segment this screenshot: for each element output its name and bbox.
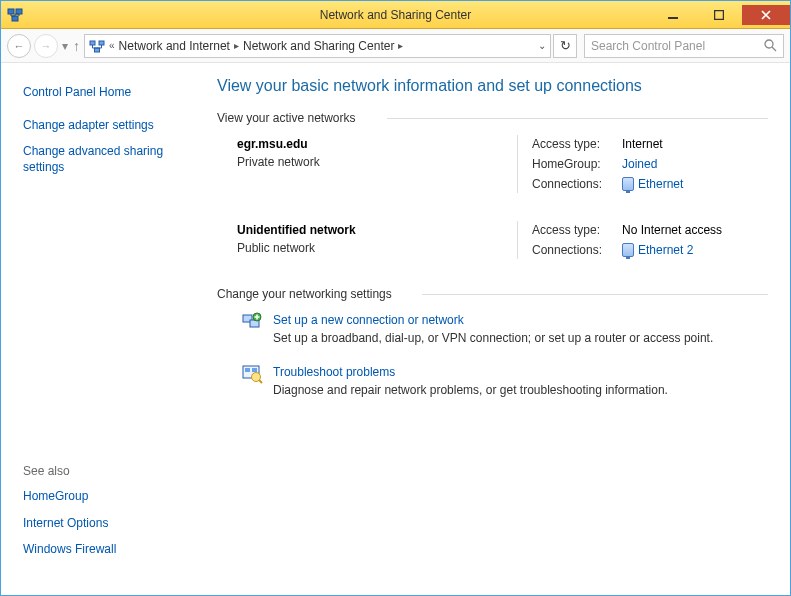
titlebar: Network and Sharing Center <box>1 1 790 29</box>
access-type-label: Access type: <box>532 135 622 153</box>
svg-rect-1 <box>16 9 22 14</box>
connection-name: Ethernet <box>638 175 683 193</box>
connection-link-ethernet[interactable]: Ethernet <box>622 175 683 193</box>
setup-connection-title: Set up a new connection or network <box>273 311 713 329</box>
breadcrumb[interactable]: « Network and Internet ▸ Network and Sha… <box>84 34 551 58</box>
change-settings-header: Change your networking settings <box>217 287 768 301</box>
network-block-1: egr.msu.edu Private network Access type:… <box>237 135 768 193</box>
window-controls <box>650 5 790 25</box>
sidebar: Control Panel Home Change adapter settin… <box>1 63 209 595</box>
svg-rect-5 <box>90 41 95 45</box>
setup-connection-icon <box>241 311 263 333</box>
troubleshoot-item[interactable]: Troubleshoot problems Diagnose and repai… <box>241 363 768 399</box>
breadcrumb-item-network-internet[interactable]: Network and Internet <box>119 39 230 53</box>
network-name: Unidentified network <box>237 221 517 239</box>
change-advanced-sharing-link[interactable]: Change advanced sharing settings <box>23 143 195 175</box>
svg-rect-2 <box>12 16 18 21</box>
breadcrumb-prefix[interactable]: « <box>109 40 115 51</box>
breadcrumb-dropdown-icon[interactable]: ⌄ <box>538 40 546 51</box>
homegroup-link[interactable]: HomeGroup <box>23 488 195 504</box>
maximize-button[interactable] <box>696 5 742 25</box>
internet-options-link[interactable]: Internet Options <box>23 515 195 531</box>
search-input[interactable]: Search Control Panel <box>584 34 784 58</box>
svg-point-8 <box>765 40 773 48</box>
app-icon <box>7 7 23 23</box>
svg-rect-7 <box>95 48 100 52</box>
connections-label: Connections: <box>532 175 622 193</box>
network-block-2: Unidentified network Public network Acce… <box>237 221 768 259</box>
svg-rect-13 <box>245 368 250 372</box>
control-panel-home-link[interactable]: Control Panel Home <box>23 85 195 99</box>
page-title: View your basic network information and … <box>217 77 768 95</box>
change-adapter-settings-link[interactable]: Change adapter settings <box>23 117 195 133</box>
breadcrumb-item-network-sharing[interactable]: Network and Sharing Center <box>243 39 394 53</box>
see-also-label: See also <box>23 464 195 478</box>
svg-rect-6 <box>99 41 104 45</box>
ethernet-icon <box>622 177 634 191</box>
network-name: egr.msu.edu <box>237 135 517 153</box>
troubleshoot-title: Troubleshoot problems <box>273 363 668 381</box>
troubleshoot-icon <box>241 363 263 385</box>
network-type: Private network <box>237 153 517 171</box>
troubleshoot-desc: Diagnose and repair network problems, or… <box>273 381 668 399</box>
homegroup-label: HomeGroup: <box>532 155 622 173</box>
access-type-value: Internet <box>622 135 683 153</box>
setup-connection-item[interactable]: Set up a new connection or network Set u… <box>241 311 768 347</box>
active-networks-header: View your active networks <box>217 111 768 125</box>
access-type-label: Access type: <box>532 221 622 239</box>
windows-firewall-link[interactable]: Windows Firewall <box>23 541 195 557</box>
setup-connection-desc: Set up a broadband, dial-up, or VPN conn… <box>273 329 713 347</box>
recent-dropdown-icon[interactable]: ▾ <box>61 39 69 53</box>
svg-rect-3 <box>668 17 678 19</box>
back-button[interactable]: ← <box>7 34 31 58</box>
nav-row: ← → ▾ ↑ « Network and Internet ▸ Network… <box>1 29 790 63</box>
homegroup-link[interactable]: Joined <box>622 155 683 173</box>
chevron-right-icon[interactable]: ▸ <box>234 40 239 51</box>
chevron-right-icon[interactable]: ▸ <box>398 40 403 51</box>
connection-link-ethernet2[interactable]: Ethernet 2 <box>622 241 722 259</box>
search-placeholder: Search Control Panel <box>591 39 705 53</box>
main-content: View your basic network information and … <box>209 63 790 595</box>
up-button[interactable]: ↑ <box>72 38 81 54</box>
connection-name: Ethernet 2 <box>638 241 693 259</box>
ethernet-icon <box>622 243 634 257</box>
forward-button[interactable]: → <box>34 34 58 58</box>
network-icon <box>89 38 105 54</box>
close-button[interactable] <box>742 5 790 25</box>
connections-label: Connections: <box>532 241 622 259</box>
access-type-value: No Internet access <box>622 221 722 239</box>
network-type: Public network <box>237 239 517 257</box>
minimize-button[interactable] <box>650 5 696 25</box>
svg-rect-4 <box>715 10 724 19</box>
svg-rect-0 <box>8 9 14 14</box>
svg-rect-14 <box>252 368 257 372</box>
refresh-button[interactable]: ↻ <box>553 34 577 58</box>
search-icon <box>764 39 777 52</box>
